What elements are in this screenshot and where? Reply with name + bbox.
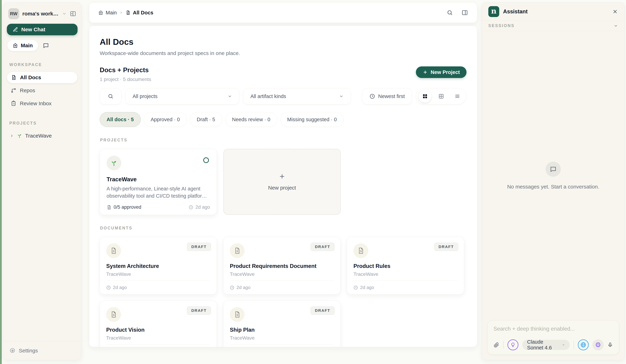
updated-time: 2d ago — [236, 285, 251, 290]
search-icon[interactable] — [447, 10, 453, 16]
sidebar-project-tracewave[interactable]: TraceWave — [7, 131, 78, 141]
page-title: All Docs — [100, 37, 467, 47]
project-card-title: TraceWave — [107, 176, 210, 183]
breadcrumb-main-label: Main — [106, 10, 117, 16]
attachment-paperclip-icon[interactable] — [493, 342, 499, 348]
project-filter-select[interactable]: All projects — [125, 88, 239, 104]
assistant-message-input[interactable] — [493, 326, 613, 332]
document-project: TraceWave — [106, 335, 210, 341]
artifact-kind-filter-value: All artifact kinds — [250, 94, 286, 99]
new-chat-label: New Chat — [21, 27, 45, 33]
divider — [503, 341, 504, 349]
plus-icon — [423, 69, 428, 75]
page-subtitle: Workspace-wide documents and project spe… — [100, 50, 467, 56]
web-search-globe-icon[interactable] — [578, 339, 589, 350]
chat-bubble-icon[interactable] — [43, 42, 49, 49]
chip-needs-review[interactable]: Needs review · 0 — [225, 112, 277, 127]
project-filter-value: All projects — [133, 94, 157, 99]
grid-view-button[interactable] — [419, 90, 431, 103]
section-meta: 1 project · 5 documents — [100, 77, 151, 82]
chip-approved[interactable]: Approved · 0 — [144, 112, 187, 127]
breadcrumb-current-label: All Docs — [133, 10, 153, 16]
chevron-right-icon[interactable] — [10, 134, 14, 138]
document-icon — [353, 243, 368, 258]
pencil-icon — [13, 27, 18, 32]
document-icon — [230, 307, 245, 322]
clipboard-icon — [11, 101, 16, 106]
search-filter-button[interactable] — [100, 88, 121, 104]
document-card[interactable]: DRAFT Ship Plan TraceWave 2d ago — [223, 300, 340, 347]
list-view-button[interactable] — [451, 90, 464, 103]
deep-thinking-lightbulb-icon[interactable] — [508, 339, 518, 350]
breadcrumb-all-docs[interactable]: All Docs — [125, 10, 153, 16]
approved-count: 0/5 approved — [114, 204, 141, 210]
extended-reasoning-brain-icon[interactable]: ⚙ — [593, 339, 603, 350]
chat-bubble-icon — [546, 162, 561, 177]
settings-label: Settings — [19, 348, 38, 354]
clock-icon — [230, 285, 235, 290]
document-icon — [11, 75, 17, 80]
status-badge: DRAFT — [187, 243, 211, 251]
workspace-switcher[interactable]: RW roma's worksp... — [7, 7, 78, 19]
workspace-name: roma's worksp... — [22, 11, 59, 17]
model-label: Claude Sonnet 4.6 — [527, 339, 559, 351]
chip-draft[interactable]: Draft · 5 — [190, 112, 222, 127]
close-icon[interactable] — [612, 9, 618, 15]
artifact-kind-filter-select[interactable]: All artifact kinds — [243, 88, 351, 104]
projects-grid-label: PROJECTS — [100, 138, 467, 142]
new-project-button[interactable]: New Project — [416, 66, 467, 78]
sidebar: RW roma's worksp... New Chat Main — [3, 2, 81, 360]
updated-time: 2d ago — [195, 204, 210, 210]
document-title: Product Rules — [353, 263, 458, 269]
sidebar-item-review-inbox[interactable]: Review Inbox — [7, 98, 78, 109]
settings-button[interactable]: Settings — [3, 341, 81, 360]
assistant-logo: n — [488, 6, 499, 17]
status-badge: DRAFT — [187, 306, 211, 315]
section-title: Docs + Projects — [100, 66, 151, 74]
main-nav-pill[interactable]: Main — [7, 40, 38, 51]
document-project: TraceWave — [230, 271, 334, 277]
clock-icon — [369, 94, 375, 99]
home-icon — [98, 10, 103, 15]
home-icon — [13, 43, 18, 48]
sessions-header[interactable]: SESSIONS — [482, 21, 625, 31]
toggle-panel-icon[interactable] — [462, 9, 468, 16]
microphone-icon[interactable] — [607, 342, 613, 348]
seedling-icon — [17, 133, 22, 139]
document-icon — [106, 243, 121, 258]
chip-all-docs[interactable]: All docs · 5 — [100, 112, 141, 127]
status-badge: DRAFT — [311, 243, 335, 251]
document-card[interactable]: DRAFT Product Requirements Document Trac… — [223, 237, 340, 295]
updated-time: 2d ago — [113, 285, 127, 290]
breadcrumb-main[interactable]: Main — [98, 10, 117, 16]
chip-missing-suggested[interactable]: Missing suggested · 0 — [280, 112, 344, 127]
new-project-card-label: New project — [268, 185, 296, 191]
assistant-input-box: Claude Sonnet 4.6 ⚙ — [487, 320, 619, 355]
new-chat-button[interactable]: New Chat — [7, 24, 78, 35]
projects-section-label: PROJECTS — [7, 121, 78, 126]
empty-state-message: No messages yet. Start a conversation. — [507, 184, 599, 190]
chevron-down-icon — [62, 11, 67, 16]
document-card[interactable]: DRAFT Product Vision TraceWave 2d ago — [100, 300, 217, 347]
assistant-panel: n Assistant SESSIONS No messages yet. St… — [482, 2, 625, 360]
table-view-button[interactable] — [435, 90, 448, 103]
sidebar-item-all-docs[interactable]: All Docs — [7, 72, 78, 83]
new-project-card[interactable]: + New project — [223, 149, 341, 215]
document-project: TraceWave — [353, 271, 458, 277]
document-icon — [125, 10, 130, 15]
sidebar-item-repos[interactable]: Repos — [7, 85, 78, 96]
document-title: Ship Plan — [230, 327, 334, 333]
sort-order-button[interactable]: Newest first — [362, 88, 412, 104]
collapse-sidebar-icon[interactable] — [70, 10, 76, 17]
topbar: Main All Docs — [89, 2, 477, 23]
document-card[interactable]: DRAFT System Architecture TraceWave 2d a… — [100, 237, 217, 295]
workspace-section-label: WORKSPACE — [7, 62, 78, 67]
window-edge-accent — [0, 0, 2, 364]
document-project: TraceWave — [230, 335, 334, 341]
document-card[interactable]: DRAFT Product Rules TraceWave 2d ago — [347, 237, 464, 295]
status-badge: DRAFT — [434, 243, 458, 251]
git-branch-icon — [11, 88, 16, 93]
document-title: Product Requirements Document — [230, 263, 334, 269]
project-card-tracewave[interactable]: TraceWave A high-performance, Linear-sty… — [100, 149, 217, 215]
model-selector[interactable]: Claude Sonnet 4.6 — [522, 340, 570, 350]
